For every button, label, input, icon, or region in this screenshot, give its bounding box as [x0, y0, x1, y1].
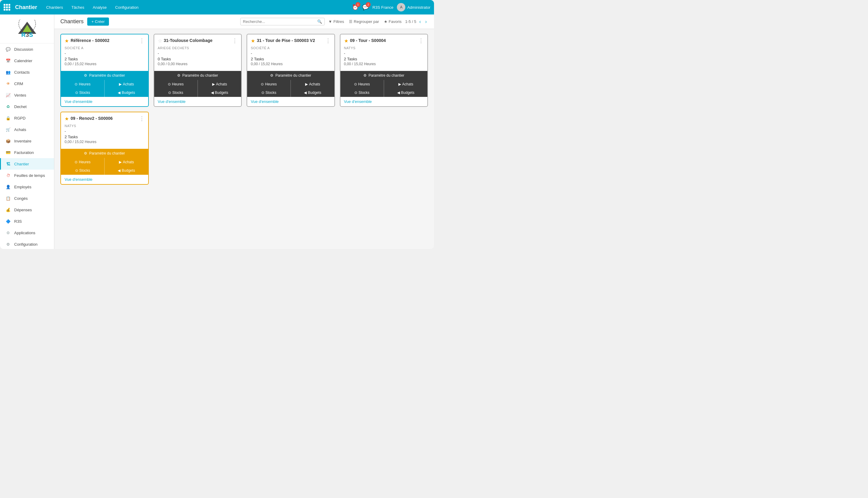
card-3-parametre-btn[interactable]: ⚙ Paramètre du chantier: [247, 71, 334, 80]
sidebar-label-discussion: Discussion: [14, 47, 33, 52]
card-4-heures-btn[interactable]: ⊙ Heures: [340, 80, 384, 89]
card-3-heures-btn[interactable]: ⊙ Heures: [247, 80, 291, 89]
sidebar-item-facturation[interactable]: 💳 Facturation: [0, 147, 54, 158]
clock-icon-badge[interactable]: ⏰ 1: [352, 4, 358, 11]
sidebar-item-inventaire[interactable]: 📦 Inventaire: [0, 135, 54, 147]
card-4-overview-link[interactable]: Vue d'ensemble: [340, 97, 428, 106]
card-5-budgets-btn[interactable]: ◀ Budgets: [104, 166, 148, 175]
clock-icon: ⊙: [354, 82, 357, 86]
card-4-budgets-btn[interactable]: ◀ Budgets: [384, 89, 428, 97]
card-2-actions: ⚙ Paramètre du chantier ⊙ Heures ▶ Achat…: [154, 71, 241, 106]
card-5-achats-btn[interactable]: ▶ Achats: [104, 158, 148, 166]
card-4-star[interactable]: ★: [344, 38, 348, 44]
chat-icon-badge[interactable]: 💬 2: [362, 4, 369, 11]
sidebar-label-chantier: Chantier: [14, 162, 29, 166]
sidebar-item-r3s[interactable]: 🔷 R3S: [0, 215, 54, 227]
card-3-star[interactable]: ★: [251, 38, 255, 44]
card-5-heures-btn[interactable]: ⊙ Heures: [61, 158, 104, 166]
card-2-achats-btn[interactable]: ▶ Achats: [198, 80, 241, 89]
card-5-star[interactable]: ★: [65, 116, 69, 122]
card-1-star[interactable]: ★: [65, 38, 69, 44]
pagination-next[interactable]: ›: [424, 19, 428, 24]
card-3-more-icon[interactable]: ⋮: [325, 38, 331, 43]
card-2-body: ARIEGE DECHETS - 0 Tasks 0,00 / 0,00 Heu…: [154, 46, 241, 71]
search-input[interactable]: [243, 19, 317, 24]
card-5-parametre-btn[interactable]: ⚙ Paramètre du chantier: [61, 149, 148, 158]
card-1-parametre-btn[interactable]: ⚙ Paramètre du chantier: [61, 71, 148, 80]
card-5-more-icon[interactable]: ⋮: [139, 116, 145, 121]
card-2-heures-btn[interactable]: ⊙ Heures: [154, 80, 198, 89]
card-1-overview-link[interactable]: Vue d'ensemble: [61, 97, 148, 106]
box-icon: ▶: [119, 160, 122, 164]
sidebar-item-chantier[interactable]: 🏗 Chantier: [0, 158, 54, 170]
card-3-overview-link[interactable]: Vue d'ensemble: [247, 97, 334, 106]
card-1-company: SOCIÉTÉ A: [65, 46, 145, 50]
card-2-budgets-btn[interactable]: ◀ Budgets: [198, 89, 241, 97]
card-3-hours: 0,00 / 15,02 Heures: [251, 62, 331, 66]
filter-button[interactable]: ▼ Filtres: [328, 19, 344, 24]
topnav-right: ⏰ 1 💬 2 R3S France A Administrator: [352, 3, 430, 12]
menu-configuration[interactable]: Configuration: [114, 4, 140, 11]
discussion-icon: 💬: [5, 46, 11, 52]
card-1-hours: 0,00 / 15,02 Heures: [65, 62, 145, 66]
clock-icon: ⊙: [75, 82, 78, 86]
pagination-text: 1-5 / 5: [405, 19, 416, 24]
sidebar-item-feuilles[interactable]: ⏱ Feuilles de temps: [0, 170, 54, 181]
apps-grid-icon[interactable]: [4, 4, 10, 11]
sidebar-item-applications[interactable]: ⚙ Applications: [0, 227, 54, 238]
sidebar-item-configuration[interactable]: ⚙ Configuration: [0, 238, 54, 249]
card-3-budgets-btn[interactable]: ◀ Budgets: [291, 89, 334, 97]
achats-icon: 🛒: [5, 127, 11, 132]
card-5: ★ 09 - Renov2 - S00006 ⋮ NATYS - 2 Tasks…: [60, 112, 149, 185]
sidebar-item-employes[interactable]: 👤 Employés: [0, 181, 54, 193]
menu-analyse[interactable]: Analyse: [91, 4, 108, 11]
card-4-more-icon[interactable]: ⋮: [418, 38, 424, 43]
card-5-stocks-btn[interactable]: ⊙ Stocks: [61, 166, 104, 175]
sidebar-item-calendrier[interactable]: 📅 Calendrier: [0, 55, 54, 66]
applications-icon: ⚙: [5, 230, 11, 236]
card-3-title-area: ★ 31 - Tour de Pise - S00003 V2: [251, 38, 315, 44]
sidebar-item-dechet[interactable]: ♻ Dechet: [0, 101, 54, 112]
menu-taches[interactable]: Tâches: [70, 4, 86, 11]
card-2-btn-row-2: ⊙ Stocks ◀ Budgets: [154, 89, 241, 97]
sidebar-item-achats[interactable]: 🛒 Achats: [0, 124, 54, 135]
card-2-stocks-btn[interactable]: ⊙ Stocks: [154, 89, 198, 97]
card-1-achats-btn[interactable]: ▶ Achats: [104, 80, 148, 89]
clock-badge: 1: [356, 2, 360, 7]
sidebar-item-contacts[interactable]: 👥 Contacts: [0, 66, 54, 78]
sidebar-item-conges[interactable]: 📋 Congés: [0, 193, 54, 204]
filter-label: Filtres: [333, 19, 344, 24]
card-4-actions: ⚙ Paramètre du chantier ⊙ Heures ▶ Achat…: [340, 71, 428, 106]
card-1-stocks-btn[interactable]: ⊙ Stocks: [61, 89, 104, 97]
sidebar-item-depenses[interactable]: 💰 Dépenses: [0, 204, 54, 215]
card-2-overview-link[interactable]: Vue d'ensemble: [154, 97, 241, 106]
card-1: ★ Référence - S00002 ⋮ SOCIÉTÉ A - 2 Tas…: [60, 34, 149, 107]
card-1-tasks: 2 Tasks: [65, 57, 145, 61]
sidebar-item-rgpd[interactable]: 🔒 RGPD: [0, 112, 54, 124]
card-5-overview-link[interactable]: Vue d'ensemble: [61, 175, 148, 184]
card-4-stocks-btn[interactable]: ⊙ Stocks: [340, 89, 384, 97]
create-button[interactable]: + Créer: [87, 17, 109, 26]
menu-chantiers[interactable]: Chantiers: [44, 4, 65, 11]
card-2-parametre-btn[interactable]: ⚙ Paramètre du chantier: [154, 71, 241, 80]
card-4-achats-btn[interactable]: ▶ Achats: [384, 80, 428, 89]
stock-icon: ⊙: [75, 168, 78, 173]
card-3-achats-btn[interactable]: ▶ Achats: [291, 80, 334, 89]
sidebar-item-discussion[interactable]: 💬 Discussion: [0, 43, 54, 55]
group-by-button[interactable]: ☰ Regrouper par: [349, 19, 379, 24]
card-4-parametre-btn[interactable]: ⚙ Paramètre du chantier: [340, 71, 428, 80]
card-1-budgets-btn[interactable]: ◀ Budgets: [104, 89, 148, 97]
card-1-heures-btn[interactable]: ⊙ Heures: [61, 80, 104, 89]
card-2-more-icon[interactable]: ⋮: [232, 38, 238, 43]
calendrier-icon: 📅: [5, 58, 11, 64]
card-1-more-icon[interactable]: ⋮: [139, 38, 145, 43]
search-icon[interactable]: 🔍: [317, 19, 322, 24]
user-menu[interactable]: A Administrator: [397, 3, 430, 12]
sidebar-item-ventes[interactable]: 📈 Ventes: [0, 89, 54, 101]
favorites-button[interactable]: ★ Favoris: [384, 19, 402, 24]
card-2-star[interactable]: ☆: [158, 38, 162, 44]
card-3-stocks-btn[interactable]: ⊙ Stocks: [247, 89, 291, 97]
sidebar-item-crm[interactable]: 👁 CRM: [0, 78, 54, 89]
group-label: Regrouper par: [354, 19, 379, 24]
pagination-prev[interactable]: ‹: [418, 19, 422, 24]
